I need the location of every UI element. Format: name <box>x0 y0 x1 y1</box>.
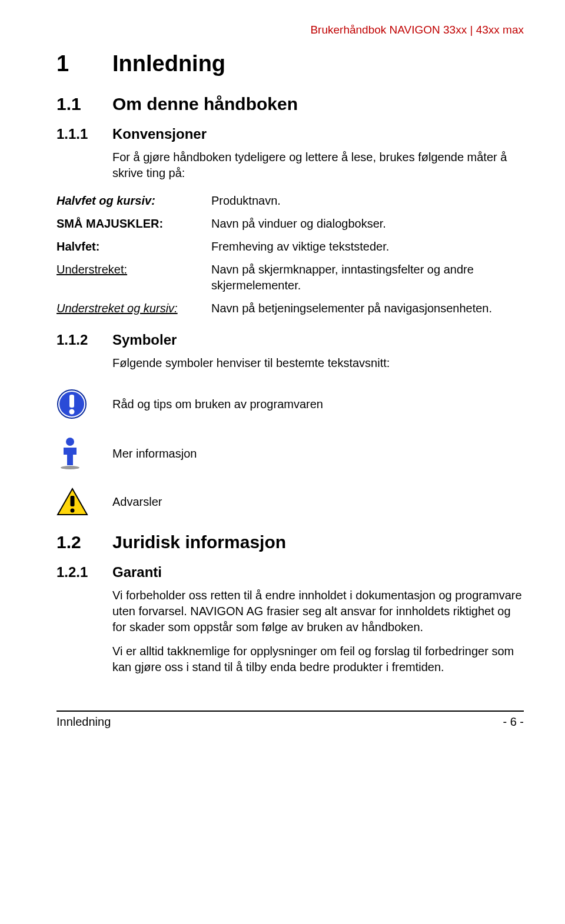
conventions-table: Halvfet og kursiv: Produktnavn. SMÅ MAJU… <box>56 189 524 320</box>
svg-rect-2 <box>69 395 74 408</box>
heading-1-1-1-title: Konvensjoner <box>112 126 207 142</box>
exclamation-circle-icon <box>56 389 92 419</box>
svg-point-5 <box>61 466 79 469</box>
symbol-row-info: Mer informasjon <box>56 437 524 470</box>
conv-left-underline-italic: Understreket og kursiv: <box>56 302 178 315</box>
conventions-intro: For å gjøre håndboken tydeligere og lett… <box>112 149 524 181</box>
footer-section-name: Innledning <box>56 715 111 729</box>
heading-1-2: 1.2 Juridisk informasjon <box>56 532 524 552</box>
heading-1-1-1-number: 1.1.1 <box>56 126 112 142</box>
footer-divider <box>56 710 524 712</box>
info-person-icon <box>56 437 92 470</box>
conv-right: Navn på betjeningselementer på navigasjo… <box>211 297 524 320</box>
warning-triangle-icon <box>56 488 92 516</box>
garanti-p2: Vi er alltid takknemlige for opplysninge… <box>112 643 524 675</box>
conv-right: Fremheving av viktige tekststeder. <box>211 235 524 258</box>
table-row: Understreket og kursiv: Navn på betjenin… <box>56 297 524 320</box>
symbol-row-warning: Advarsler <box>56 488 524 516</box>
svg-point-3 <box>69 409 75 415</box>
symbol-row-tip: Råd og tips om bruken av programvaren <box>56 389 524 419</box>
symbol-info-label: Mer informasjon <box>112 446 197 461</box>
heading-1-1-1: 1.1.1 Konvensjoner <box>56 126 524 142</box>
heading-1-1-2-number: 1.1.2 <box>56 332 112 348</box>
heading-1: 1 Innledning <box>56 51 524 76</box>
conv-right: Produktnavn. <box>211 189 524 212</box>
heading-1-1: 1.1 Om denne håndboken <box>56 94 524 114</box>
conv-left-smallcaps: SMÅ MAJUSKLER: <box>56 217 163 230</box>
heading-1-2-number: 1.2 <box>56 532 112 552</box>
table-row: SMÅ MAJUSKLER: Navn på vinduer og dialog… <box>56 212 524 235</box>
running-header: Brukerhåndbok NAVIGON 33xx | 43xx max <box>56 24 524 36</box>
conv-right: Navn på vinduer og dialogbokser. <box>211 212 524 235</box>
table-row: Understreket: Navn på skjermknapper, inn… <box>56 258 524 297</box>
page-footer: Innledning - 6 - <box>56 710 524 729</box>
symbols-intro: Følgende symboler henviser til bestemte … <box>112 355 524 371</box>
heading-1-2-1: 1.2.1 Garanti <box>56 564 524 581</box>
symbol-warning-label: Advarsler <box>112 494 162 509</box>
symbol-tip-label: Råd og tips om bruken av programvaren <box>112 396 323 412</box>
conv-left-underline: Understreket: <box>56 263 127 276</box>
table-row: Halvfet og kursiv: Produktnavn. <box>56 189 524 212</box>
svg-rect-7 <box>71 496 75 506</box>
heading-1-2-1-title: Garanti <box>112 564 162 581</box>
heading-1-1-number: 1.1 <box>56 94 112 114</box>
svg-point-8 <box>71 509 75 513</box>
conv-right: Navn på skjermknapper, inntastingsfelter… <box>211 258 524 297</box>
svg-point-4 <box>66 438 74 446</box>
conv-left-bold: Halvfet: <box>56 240 99 253</box>
conv-left-bold-italic: Halvfet og kursiv: <box>56 194 155 207</box>
garanti-p1: Vi forbeholder oss retten til å endre in… <box>112 588 524 635</box>
heading-1-2-title: Juridisk informasjon <box>112 532 286 552</box>
footer-page-number: - 6 - <box>503 715 524 729</box>
heading-1-1-title: Om denne håndboken <box>112 94 298 114</box>
heading-1-2-1-number: 1.2.1 <box>56 564 112 581</box>
heading-1-1-2: 1.1.2 Symboler <box>56 332 524 348</box>
heading-1-title: Innledning <box>112 51 225 76</box>
table-row: Halvfet: Fremheving av viktige tekststed… <box>56 235 524 258</box>
heading-1-1-2-title: Symboler <box>112 332 177 348</box>
heading-1-number: 1 <box>56 51 112 76</box>
